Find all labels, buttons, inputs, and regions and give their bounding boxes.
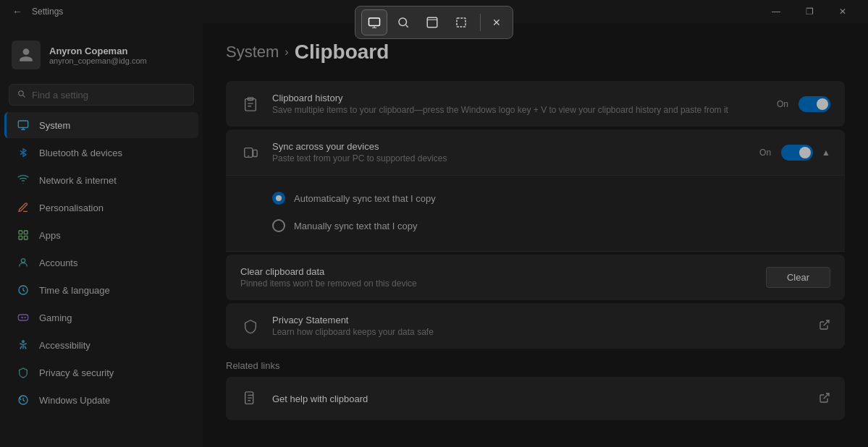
popup-screen-btn[interactable] — [361, 9, 387, 35]
popup-overlay: ✕ — [0, 0, 868, 447]
popup-close-button[interactable]: ✕ — [486, 12, 507, 33]
popup-divider — [480, 14, 481, 31]
popup-search-btn[interactable] — [390, 9, 416, 35]
popup-toolbar: ✕ — [355, 6, 513, 39]
popup-region-btn[interactable] — [448, 9, 474, 35]
svg-rect-18 — [369, 18, 380, 26]
popup-window-btn[interactable] — [419, 9, 445, 35]
svg-rect-21 — [457, 18, 465, 27]
svg-point-19 — [399, 18, 407, 26]
svg-rect-20 — [427, 17, 437, 27]
